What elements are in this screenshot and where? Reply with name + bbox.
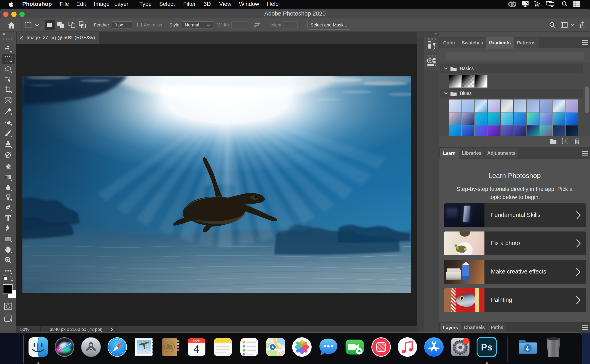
svg-text:1: 1	[465, 339, 467, 343]
svg-text:Ps: Ps	[481, 342, 492, 352]
svg-text:3D: 3D	[279, 350, 283, 353]
svg-text:4: 4	[194, 343, 199, 355]
svg-text:NOV: NOV	[193, 339, 200, 342]
